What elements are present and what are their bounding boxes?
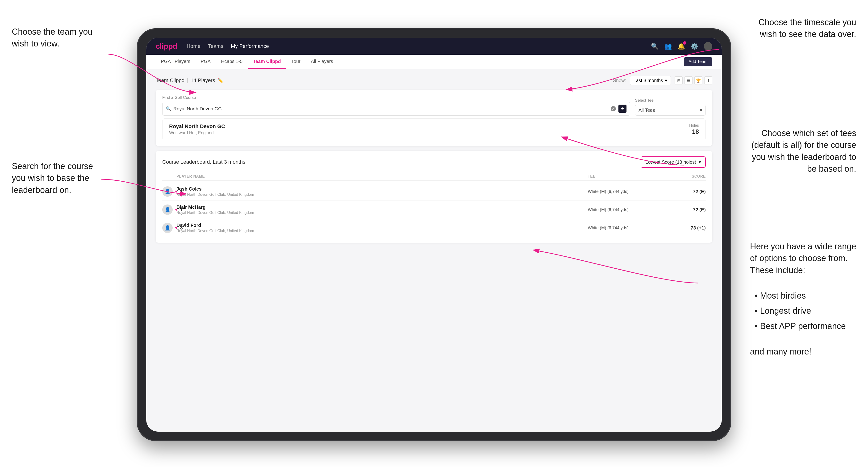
rank-cell-1: 👤 ♥ 1 — [162, 186, 177, 197]
find-course-label: Find a Golf Course — [162, 95, 630, 100]
col-tee-label: TEE — [588, 174, 658, 179]
tab-pga[interactable]: PGA — [195, 55, 216, 69]
leaderboard-table-header: PLAYER NAME TEE SCORE — [162, 173, 706, 181]
tab-pgat-players[interactable]: PGAT Players — [156, 55, 195, 69]
table-row: 👤 ♥ 1 Josh Coles Royal North Devon Golf … — [162, 183, 706, 201]
player-info-1: Josh Coles Royal North Devon Golf Club, … — [177, 186, 588, 197]
annotation-tees: Choose which set of tees (default is all… — [751, 127, 856, 175]
app-nav-right: 🔍 👥 🔔 ⚙️ — [651, 42, 712, 51]
player-info-3: David Ford Royal North Devon Golf Club, … — [177, 223, 588, 233]
course-name: Royal North Devon GC — [169, 123, 225, 129]
nav-link-teams[interactable]: Teams — [208, 43, 223, 49]
player-name-2: Blair McHarg — [177, 205, 588, 210]
course-search-row: Find a Golf Course 🔍 ✕ ★ Select Tee All … — [162, 95, 706, 116]
chevron-down-icon: ▾ — [665, 77, 667, 83]
select-tee-label: Select Tee — [635, 98, 706, 103]
view-icons: ⊞ ☰ 🏆 ⬇ — [675, 76, 712, 85]
tee-cell-3: White (M) (6,744 yds) — [588, 225, 658, 230]
tab-team-clippd[interactable]: Team Clippd — [248, 55, 286, 69]
score-cell-1: 72 (E) — [658, 189, 706, 194]
tee-cell-2: White (M) (6,744 yds) — [588, 207, 658, 212]
app-navbar: clippd Home Teams My Performance 🔍 👥 🔔 ⚙… — [146, 38, 722, 55]
nav-link-myperformance[interactable]: My Performance — [231, 43, 269, 49]
course-result-info: Royal North Devon GC Westward Ho!, Engla… — [169, 123, 225, 135]
chevron-down-icon: ▾ — [699, 159, 701, 165]
player-info-2: Blair McHarg Royal North Devon Golf Club… — [177, 205, 588, 215]
people-icon[interactable]: 👥 — [664, 43, 672, 50]
annotation-timescale: Choose the timescale you wish to see the… — [758, 17, 856, 40]
annotation-search-course: Search for the course you wish to base t… — [12, 160, 93, 196]
player-club-3: Royal North Devon Golf Club, United King… — [177, 229, 588, 233]
app-nav-links: Home Teams My Performance — [187, 43, 642, 49]
tab-tour[interactable]: Tour — [286, 55, 306, 69]
grid-view-button[interactable]: ⊞ — [675, 76, 683, 85]
tee-select-group: Select Tee All Tees ▾ — [635, 98, 706, 116]
edit-icon[interactable]: ✏️ — [217, 77, 223, 83]
user-avatar[interactable] — [704, 42, 712, 51]
annotation-options: Here you have a wide range of options to… — [750, 241, 856, 358]
nav-link-home[interactable]: Home — [187, 43, 200, 49]
leaderboard-header: Course Leaderboard, Last 3 months Lowest… — [162, 156, 706, 168]
course-search-input[interactable] — [173, 106, 608, 112]
bullet-app: • Best APP performance — [755, 319, 856, 334]
sub-nav-tabs: PGAT Players PGA Hcaps 1-5 Team Clippd T… — [156, 55, 338, 69]
col-score-label: SCORE — [658, 174, 706, 179]
bullet-drive: • Longest drive — [755, 303, 856, 319]
annotation-choose-team: Choose the team you wish to view. — [12, 26, 92, 50]
player-club-1: Royal North Devon Golf Club, United King… — [177, 192, 588, 197]
settings-icon[interactable]: ⚙️ — [691, 43, 698, 50]
course-location: Westward Ho!, England — [169, 130, 225, 135]
add-team-button[interactable]: Add Team — [684, 57, 712, 66]
sub-navbar: PGAT Players PGA Hcaps 1-5 Team Clippd T… — [146, 55, 722, 69]
trophy-icon-button[interactable]: 🏆 — [694, 76, 703, 85]
holes-label: Holes — [689, 123, 699, 128]
avatar-3: 👤 — [162, 223, 173, 233]
score-type-value: Lowest Score (18 holes) — [645, 159, 696, 165]
pipe-divider: | — [187, 77, 188, 84]
table-row: 👤 ♥ 1 Blair McHarg Royal North Devon Gol… — [162, 201, 706, 219]
search-icon: 🔍 — [166, 106, 171, 111]
team-title: Team Clippd | 14 Players ✏️ — [156, 77, 223, 84]
timescale-dropdown[interactable]: Last 3 months ▾ — [630, 76, 671, 85]
clear-search-button[interactable]: ✕ — [611, 106, 616, 111]
course-holes: Holes 18 — [689, 123, 699, 135]
avatar-1: 👤 — [162, 186, 173, 197]
tee-dropdown[interactable]: All Tees ▾ — [635, 105, 706, 116]
bullet-birdies: • Most birdies — [755, 288, 856, 304]
player-name-1: Josh Coles — [177, 186, 588, 192]
player-count: 14 Players — [191, 77, 215, 84]
timescale-value: Last 3 months — [633, 78, 663, 83]
table-row: 👤 ♥ 3 David Ford Royal North Devon Golf … — [162, 219, 706, 237]
search-icon[interactable]: 🔍 — [651, 43, 658, 50]
leaderboard-panel: Course Leaderboard, Last 3 months Lowest… — [156, 151, 712, 243]
bell-icon[interactable]: 🔔 — [677, 43, 685, 50]
holes-number: 18 — [689, 128, 699, 135]
team-name: Team Clippd — [156, 77, 184, 84]
favourite-button[interactable]: ★ — [618, 104, 627, 113]
notification-badge — [683, 41, 686, 44]
chevron-down-icon: ▾ — [700, 107, 702, 113]
tee-value: All Tees — [639, 107, 655, 113]
score-type-dropdown[interactable]: Lowest Score (18 holes) ▾ — [641, 156, 706, 168]
leaderboard-title: Course Leaderboard, Last 3 months — [162, 159, 245, 165]
avatar-2: 👤 — [162, 205, 173, 215]
main-content: Team Clippd | 14 Players ✏️ Show: Last 3… — [146, 69, 722, 250]
rank-cell-2: 👤 ♥ 1 — [162, 205, 177, 215]
show-label: Show: — [613, 78, 626, 83]
and-more-text: and many more! — [750, 347, 811, 356]
rank-cell-3: 👤 ♥ 3 — [162, 223, 177, 233]
team-header: Team Clippd | 14 Players ✏️ Show: Last 3… — [156, 76, 712, 85]
player-club-2: Royal North Devon Golf Club, United King… — [177, 211, 588, 215]
score-cell-2: 72 (E) — [658, 207, 706, 213]
course-search-input-wrap: 🔍 ✕ ★ — [162, 102, 630, 116]
player-name-3: David Ford — [177, 223, 588, 228]
score-cell-3: 73 (+1) — [658, 225, 706, 231]
download-button[interactable]: ⬇ — [704, 76, 712, 85]
list-view-button[interactable]: ☰ — [684, 76, 692, 85]
course-search-group: Find a Golf Course 🔍 ✕ ★ — [162, 95, 630, 116]
course-search-panel: Find a Golf Course 🔍 ✕ ★ Select Tee All … — [156, 90, 712, 146]
team-header-right: Show: Last 3 months ▾ ⊞ ☰ 🏆 ⬇ — [613, 76, 712, 85]
tee-cell-1: White (M) (6,744 yds) — [588, 189, 658, 194]
tab-hcaps[interactable]: Hcaps 1-5 — [216, 55, 248, 69]
tab-all-players[interactable]: All Players — [306, 55, 338, 69]
